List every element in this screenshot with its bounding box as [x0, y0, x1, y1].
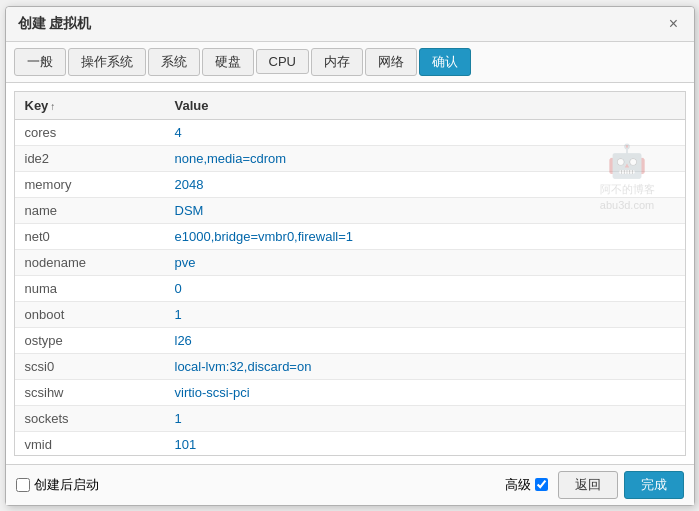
config-table: Key↑ Value cores4ide2none,media=cdrommem…	[15, 92, 685, 455]
row-key: ostype	[15, 327, 165, 353]
autostart-label: 创建后启动	[34, 476, 99, 494]
tab-system[interactable]: 系统	[148, 48, 200, 76]
row-key: numa	[15, 275, 165, 301]
tab-confirm[interactable]: 确认	[419, 48, 471, 76]
table-scroll-area[interactable]: Key↑ Value cores4ide2none,media=cdrommem…	[15, 92, 685, 455]
table-row: ostypel26	[15, 327, 685, 353]
row-key: sockets	[15, 405, 165, 431]
autostart-checkbox-wrap[interactable]: 创建后启动	[16, 476, 99, 494]
row-key: memory	[15, 171, 165, 197]
row-value: local-lvm:32,discard=on	[165, 353, 685, 379]
footer-left: 创建后启动	[16, 476, 99, 494]
row-value: 1	[165, 301, 685, 327]
row-value: DSM	[165, 197, 685, 223]
config-table-wrapper: Key↑ Value cores4ide2none,media=cdrommem…	[14, 91, 686, 456]
tab-cpu[interactable]: CPU	[256, 49, 309, 74]
row-value: 0	[165, 275, 685, 301]
dialog-title: 创建 虚拟机	[18, 15, 92, 33]
row-value: none,media=cdrom	[165, 145, 685, 171]
table-row: onboot1	[15, 301, 685, 327]
main-content: Key↑ Value cores4ide2none,media=cdrommem…	[6, 83, 694, 464]
table-row: scsihwvirtio-scsi-pci	[15, 379, 685, 405]
back-button[interactable]: 返回	[558, 471, 618, 499]
advanced-checkbox[interactable]	[535, 478, 548, 491]
table-row: numa0	[15, 275, 685, 301]
table-row: scsi0local-lvm:32,discard=on	[15, 353, 685, 379]
create-vm-dialog: 创建 虚拟机 × 一般操作系统系统硬盘CPU内存网络确认 Key↑ Value	[5, 6, 695, 506]
row-key: nodename	[15, 249, 165, 275]
close-button[interactable]: ×	[666, 16, 682, 32]
row-key: vmid	[15, 431, 165, 455]
row-key: onboot	[15, 301, 165, 327]
table-row: net0e1000,bridge=vmbr0,firewall=1	[15, 223, 685, 249]
row-value: 4	[165, 119, 685, 145]
row-value: 1	[165, 405, 685, 431]
table-row: vmid101	[15, 431, 685, 455]
advanced-check-wrap: 高级	[505, 476, 548, 494]
row-value: 2048	[165, 171, 685, 197]
sort-arrow: ↑	[50, 101, 55, 112]
table-row: nodenamepve	[15, 249, 685, 275]
row-value: pve	[165, 249, 685, 275]
tab-network[interactable]: 网络	[365, 48, 417, 76]
tab-general[interactable]: 一般	[14, 48, 66, 76]
row-key: cores	[15, 119, 165, 145]
finish-button[interactable]: 完成	[624, 471, 684, 499]
tab-bar: 一般操作系统系统硬盘CPU内存网络确认	[6, 42, 694, 83]
row-value: 101	[165, 431, 685, 455]
row-key: net0	[15, 223, 165, 249]
table-row: nameDSM	[15, 197, 685, 223]
advanced-label: 高级	[505, 476, 531, 494]
tab-os[interactable]: 操作系统	[68, 48, 146, 76]
autostart-checkbox[interactable]	[16, 478, 30, 492]
row-value: virtio-scsi-pci	[165, 379, 685, 405]
title-bar: 创建 虚拟机 ×	[6, 7, 694, 42]
col-value-header: Value	[165, 92, 685, 120]
table-row: ide2none,media=cdrom	[15, 145, 685, 171]
table-row: sockets1	[15, 405, 685, 431]
footer: 创建后启动 高级 返回 完成	[6, 464, 694, 505]
row-key: scsi0	[15, 353, 165, 379]
row-value: e1000,bridge=vmbr0,firewall=1	[165, 223, 685, 249]
row-key: ide2	[15, 145, 165, 171]
row-key: scsihw	[15, 379, 165, 405]
table-row: memory2048	[15, 171, 685, 197]
tab-memory[interactable]: 内存	[311, 48, 363, 76]
col-key-header[interactable]: Key↑	[15, 92, 165, 120]
table-row: cores4	[15, 119, 685, 145]
row-key: name	[15, 197, 165, 223]
footer-right: 高级 返回 完成	[505, 471, 684, 499]
row-value: l26	[165, 327, 685, 353]
tab-disk[interactable]: 硬盘	[202, 48, 254, 76]
